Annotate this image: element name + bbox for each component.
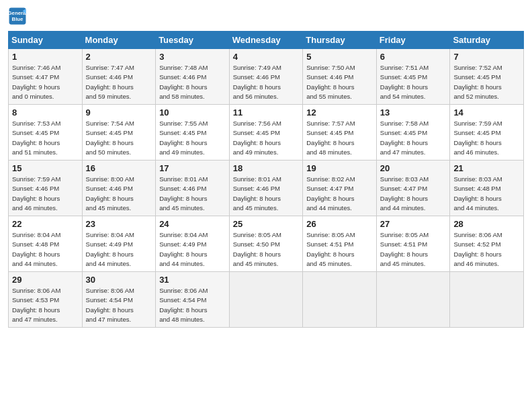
day-info: Sunrise: 7:58 AMSunset: 4:45 PMDaylight:… [380,119,447,157]
day-number: 25 [233,219,300,229]
calendar-cell: 25Sunrise: 8:05 AMSunset: 4:50 PMDayligh… [229,216,303,272]
day-info: Sunrise: 8:06 AMSunset: 4:52 PMDaylight:… [453,230,520,269]
day-number: 28 [453,219,520,229]
day-info: Sunrise: 7:51 AMSunset: 4:45 PMDaylight:… [380,63,447,101]
calendar-cell: 15Sunrise: 7:59 AMSunset: 4:46 PMDayligh… [9,161,83,216]
day-info: Sunrise: 7:59 AMSunset: 4:46 PMDaylight:… [12,175,79,213]
day-info: Sunrise: 7:57 AMSunset: 4:45 PMDaylight:… [306,119,373,157]
calendar-cell: 24Sunrise: 8:04 AMSunset: 4:49 PMDayligh… [156,216,230,272]
day-info: Sunrise: 8:06 AMSunset: 4:53 PMDaylight:… [12,286,79,324]
calendar-cell: 8Sunrise: 7:53 AMSunset: 4:45 PMDaylight… [9,105,83,161]
col-header-sunday: Sunday [9,32,83,49]
calendar-cell: 17Sunrise: 8:01 AMSunset: 4:46 PMDayligh… [156,161,230,216]
day-number: 26 [306,219,373,229]
day-number: 2 [86,52,152,62]
day-info: Sunrise: 8:01 AMSunset: 4:46 PMDaylight:… [233,175,300,213]
calendar-cell: 18Sunrise: 8:01 AMSunset: 4:46 PMDayligh… [229,161,303,216]
day-number: 4 [233,52,300,62]
col-header-friday: Friday [376,32,450,49]
calendar-cell: 3Sunrise: 7:48 AMSunset: 4:46 PMDaylight… [156,49,230,105]
day-info: Sunrise: 7:48 AMSunset: 4:46 PMDaylight:… [159,63,226,101]
calendar-week-3: 15Sunrise: 7:59 AMSunset: 4:46 PMDayligh… [9,161,524,216]
day-number: 31 [159,275,226,285]
day-info: Sunrise: 8:04 AMSunset: 4:49 PMDaylight:… [86,230,152,269]
day-info: Sunrise: 7:54 AMSunset: 4:45 PMDaylight:… [86,119,152,157]
day-number: 1 [12,52,79,62]
day-number: 14 [453,107,520,118]
day-info: Sunrise: 8:01 AMSunset: 4:46 PMDaylight:… [159,175,226,213]
calendar-week-4: 22Sunrise: 8:04 AMSunset: 4:48 PMDayligh… [9,216,524,272]
calendar-cell: 7Sunrise: 7:52 AMSunset: 4:45 PMDaylight… [450,49,524,105]
svg-text:Blue: Blue [12,16,24,22]
day-info: Sunrise: 8:03 AMSunset: 4:47 PMDaylight:… [380,175,447,213]
calendar-week-1: 1Sunrise: 7:46 AMSunset: 4:47 PMDaylight… [9,49,524,105]
header-row: SundayMondayTuesdayWednesdayThursdayFrid… [9,32,524,49]
day-info: Sunrise: 8:03 AMSunset: 4:48 PMDaylight:… [453,175,520,213]
day-number: 10 [159,107,226,118]
calendar-cell: 19Sunrise: 8:02 AMSunset: 4:47 PMDayligh… [303,161,377,216]
day-info: Sunrise: 8:05 AMSunset: 4:50 PMDaylight:… [233,230,300,269]
col-header-monday: Monday [82,32,156,49]
calendar-cell: 6Sunrise: 7:51 AMSunset: 4:45 PMDaylight… [376,49,450,105]
day-info: Sunrise: 8:05 AMSunset: 4:51 PMDaylight:… [380,230,447,269]
calendar-cell: 5Sunrise: 7:50 AMSunset: 4:46 PMDaylight… [303,49,377,105]
calendar-cell: 21Sunrise: 8:03 AMSunset: 4:48 PMDayligh… [450,161,524,216]
calendar-cell: 1Sunrise: 7:46 AMSunset: 4:47 PMDaylight… [9,49,83,105]
calendar-cell: 30Sunrise: 8:06 AMSunset: 4:54 PMDayligh… [82,272,156,328]
calendar-cell: 4Sunrise: 7:49 AMSunset: 4:46 PMDaylight… [229,49,303,105]
day-number: 21 [453,163,520,173]
day-info: Sunrise: 7:46 AMSunset: 4:47 PMDaylight:… [12,63,79,101]
calendar-cell: 2Sunrise: 7:47 AMSunset: 4:46 PMDaylight… [82,49,156,105]
day-info: Sunrise: 8:06 AMSunset: 4:54 PMDaylight:… [159,286,226,324]
day-number: 15 [12,163,79,173]
day-info: Sunrise: 8:04 AMSunset: 4:49 PMDaylight:… [159,230,226,269]
day-number: 30 [86,275,152,285]
calendar-cell: 9Sunrise: 7:54 AMSunset: 4:45 PMDaylight… [82,105,156,161]
day-number: 12 [306,107,373,118]
day-info: Sunrise: 7:47 AMSunset: 4:46 PMDaylight:… [86,63,152,101]
day-number: 29 [12,275,79,285]
day-number: 22 [12,219,79,229]
day-number: 13 [380,107,447,118]
calendar-cell: 14Sunrise: 7:59 AMSunset: 4:45 PMDayligh… [450,105,524,161]
calendar-cell: 10Sunrise: 7:55 AMSunset: 4:45 PMDayligh… [156,105,230,161]
calendar-week-2: 8Sunrise: 7:53 AMSunset: 4:45 PMDaylight… [9,105,524,161]
day-number: 16 [86,163,152,173]
day-number: 18 [233,163,300,173]
day-number: 27 [380,219,447,229]
logo: General Blue [8,7,27,26]
calendar-cell [450,272,524,328]
day-info: Sunrise: 7:53 AMSunset: 4:45 PMDaylight:… [12,119,79,157]
calendar-cell: 28Sunrise: 8:06 AMSunset: 4:52 PMDayligh… [450,216,524,272]
calendar-cell: 27Sunrise: 8:05 AMSunset: 4:51 PMDayligh… [376,216,450,272]
day-number: 6 [380,52,447,62]
day-number: 7 [453,52,520,62]
day-number: 5 [306,52,373,62]
calendar-cell: 16Sunrise: 8:00 AMSunset: 4:46 PMDayligh… [82,161,156,216]
calendar-cell: 13Sunrise: 7:58 AMSunset: 4:45 PMDayligh… [376,105,450,161]
logo-icon: General Blue [8,7,27,26]
page-header: General Blue [8,7,524,26]
col-header-tuesday: Tuesday [156,32,230,49]
calendar-cell: 26Sunrise: 8:05 AMSunset: 4:51 PMDayligh… [303,216,377,272]
day-number: 24 [159,219,226,229]
col-header-saturday: Saturday [450,32,524,49]
col-header-wednesday: Wednesday [229,32,303,49]
day-info: Sunrise: 8:04 AMSunset: 4:48 PMDaylight:… [12,230,79,269]
day-number: 11 [233,107,300,118]
calendar-cell: 29Sunrise: 8:06 AMSunset: 4:53 PMDayligh… [9,272,83,328]
day-number: 17 [159,163,226,173]
day-info: Sunrise: 7:59 AMSunset: 4:45 PMDaylight:… [453,119,520,157]
day-info: Sunrise: 7:56 AMSunset: 4:45 PMDaylight:… [233,119,300,157]
calendar-week-5: 29Sunrise: 8:06 AMSunset: 4:53 PMDayligh… [9,272,524,328]
day-number: 3 [159,52,226,62]
calendar-cell: 22Sunrise: 8:04 AMSunset: 4:48 PMDayligh… [9,216,83,272]
day-number: 8 [12,107,79,118]
day-number: 23 [86,219,152,229]
day-number: 19 [306,163,373,173]
day-number: 20 [380,163,447,173]
calendar-cell: 12Sunrise: 7:57 AMSunset: 4:45 PMDayligh… [303,105,377,161]
day-info: Sunrise: 8:06 AMSunset: 4:54 PMDaylight:… [86,286,152,324]
day-info: Sunrise: 8:05 AMSunset: 4:51 PMDaylight:… [306,230,373,269]
calendar-cell: 23Sunrise: 8:04 AMSunset: 4:49 PMDayligh… [82,216,156,272]
